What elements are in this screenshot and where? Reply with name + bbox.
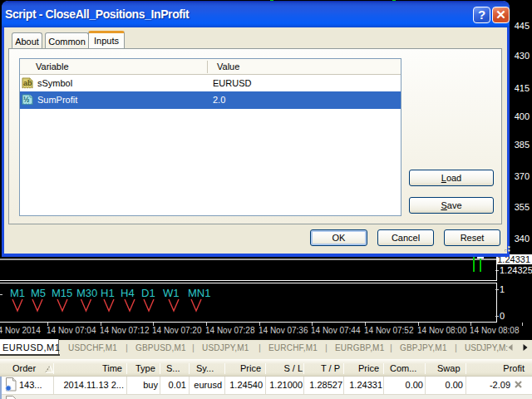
svg-text:ab: ab (23, 79, 32, 87)
svg-text:½: ½ (23, 96, 30, 104)
